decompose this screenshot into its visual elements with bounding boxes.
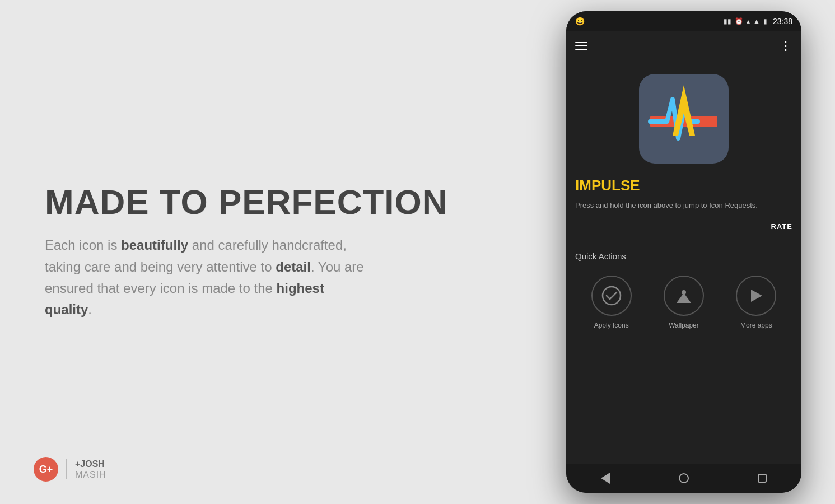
apply-icons-icon	[601, 285, 622, 306]
status-left: 😀	[575, 17, 585, 26]
quick-actions-grid: Apply Icons Wallpaper	[575, 270, 792, 335]
home-icon	[679, 473, 689, 483]
google-plus-icon: G+	[34, 457, 58, 482]
nav-back-button[interactable]	[594, 467, 617, 489]
more-options-button[interactable]: ⋮	[780, 39, 792, 53]
nav-bar	[566, 464, 801, 493]
app-name: IMPULSE	[575, 177, 792, 194]
wallpaper-icon-circle	[664, 276, 704, 316]
app-content: IMPULSE Press and hold the icon above to…	[566, 60, 801, 464]
rate-button[interactable]: RATE	[771, 222, 792, 231]
status-time: 23:38	[773, 17, 792, 26]
app-description: Press and hold the icon above to jump to…	[575, 200, 792, 211]
action-apply-icons[interactable]: Apply Icons	[575, 270, 647, 335]
wallpaper-icon	[673, 285, 694, 306]
social-divider	[66, 459, 67, 479]
wallpaper-label: Wallpaper	[669, 321, 699, 329]
social-name-surname: MASIH	[75, 469, 106, 480]
apply-icons-label: Apply Icons	[594, 321, 629, 329]
phone-mockup: 😀 ▮▮ ⏰ ▴ ▲ ▮ 23:38 ⋮	[566, 11, 801, 493]
svg-point-2	[603, 287, 621, 305]
signal-icon: ▲	[753, 17, 760, 25]
quick-actions-label: Quick Actions	[575, 251, 792, 261]
impulse-icon-svg	[647, 82, 720, 155]
back-icon	[601, 473, 610, 484]
android-icon: 😀	[575, 17, 585, 26]
left-panel: MADE TO PERFECTION Each icon is beautifu…	[0, 0, 533, 504]
wifi-icon: ▴	[747, 17, 750, 25]
vibrate-icon: ▮▮	[724, 17, 731, 25]
right-panel: 😀 ▮▮ ⏰ ▴ ▲ ▮ 23:38 ⋮	[533, 0, 835, 504]
app-icon[interactable]	[639, 74, 729, 164]
recents-icon	[758, 474, 767, 483]
main-title: MADE TO PERFECTION	[45, 183, 488, 221]
svg-marker-5	[751, 290, 762, 302]
social-name: +JOSH MASIH	[75, 459, 106, 480]
main-description: Each icon is beautifully and carefully h…	[45, 235, 370, 321]
hamburger-menu[interactable]	[575, 42, 587, 50]
alarm-icon: ⏰	[735, 17, 743, 25]
nav-home-button[interactable]	[673, 467, 695, 489]
more-apps-icon	[745, 285, 767, 306]
status-bar: 😀 ▮▮ ⏰ ▴ ▲ ▮ 23:38	[566, 11, 801, 31]
action-more-apps[interactable]: More apps	[720, 270, 792, 335]
status-right: ▮▮ ⏰ ▴ ▲ ▮ 23:38	[724, 17, 792, 26]
battery-icon: ▮	[763, 17, 767, 25]
more-apps-label: More apps	[740, 321, 772, 329]
action-wallpaper[interactable]: Wallpaper	[647, 270, 720, 335]
more-apps-icon-circle	[736, 276, 776, 316]
separator	[575, 242, 792, 242]
rate-row: RATE	[575, 222, 792, 231]
nav-recents-button[interactable]	[751, 467, 773, 489]
app-bar: ⋮	[566, 31, 801, 60]
social-bar: G+ +JOSH MASIH	[34, 457, 106, 482]
apply-icons-icon-circle	[591, 276, 632, 316]
app-icon-container	[575, 74, 792, 164]
social-name-plus: +JOSH	[75, 459, 106, 469]
svg-marker-4	[677, 293, 691, 303]
